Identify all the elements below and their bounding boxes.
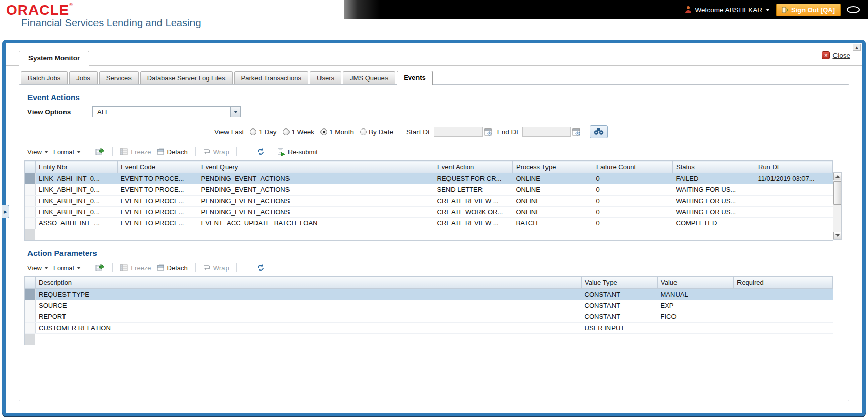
- separator: [88, 263, 88, 272]
- table-row[interactable]: LINK_ABHI_INT_0...EVENT TO PROCE...PENDI…: [25, 207, 833, 218]
- detach-icon: [156, 264, 165, 272]
- end-dt-calendar-icon[interactable]: [572, 128, 581, 136]
- scrollbar-thumb[interactable]: [833, 181, 841, 205]
- chevron-down-icon[interactable]: [230, 107, 240, 117]
- row-header[interactable]: [25, 218, 36, 229]
- detach-icon: [156, 148, 165, 156]
- tab-events[interactable]: Events: [397, 71, 433, 85]
- cell: [734, 289, 833, 300]
- tab-jobs[interactable]: Jobs: [69, 71, 97, 84]
- wrap-button[interactable]: Wrap: [203, 148, 229, 156]
- table-row[interactable]: REQUEST TYPECONSTANTMANUAL: [25, 289, 833, 300]
- format-menu[interactable]: Format: [53, 264, 81, 272]
- row-header-corner: [25, 277, 36, 289]
- close-button[interactable]: × Close: [822, 51, 850, 59]
- cell: 11/01/2019 03:07...: [755, 173, 833, 184]
- main-frame: ▲ System Monitor × Close Batch JobsJobsS…: [2, 40, 866, 416]
- column-header-event-action[interactable]: Event Action: [434, 161, 513, 173]
- tab-batch-jobs[interactable]: Batch Jobs: [21, 71, 68, 84]
- export-icon: [95, 264, 105, 272]
- cell: REPORT: [36, 311, 582, 323]
- cell: [734, 323, 833, 334]
- column-header-value-type[interactable]: Value Type: [582, 277, 658, 289]
- chevron-down-icon: [77, 151, 81, 153]
- table-row[interactable]: LINK_ABHI_INT_0...EVENT TO PROCE...PENDI…: [25, 173, 833, 184]
- wrap-icon: [203, 148, 211, 155]
- action-parameters-toolbar: View Format Freeze: [24, 261, 844, 274]
- start-dt-input[interactable]: [434, 127, 483, 137]
- column-header-required[interactable]: Required: [734, 277, 833, 289]
- panel-expander-button[interactable]: ▶: [2, 205, 9, 218]
- cell: CREATE WORK OR...: [434, 207, 513, 218]
- cell: WAITING FOR US...: [673, 196, 755, 207]
- radio-1-month[interactable]: 1 Month: [320, 128, 354, 136]
- row-header[interactable]: [25, 196, 36, 207]
- row-header-stub: [25, 334, 35, 345]
- table-row[interactable]: LINK_ABHI_INT_0...EVENT TO PROCE...PENDI…: [25, 184, 833, 196]
- tab-users[interactable]: Users: [310, 71, 341, 84]
- column-header-value[interactable]: Value: [658, 277, 734, 289]
- view-last-radio-group: 1 Day1 Week1 MonthBy Date: [244, 128, 393, 136]
- resubmit-button[interactable]: Re-submit: [277, 148, 318, 156]
- radio-1-day[interactable]: 1 Day: [250, 128, 276, 136]
- row-header[interactable]: [25, 300, 36, 311]
- end-dt-input[interactable]: [522, 127, 571, 137]
- freeze-button[interactable]: Freeze: [120, 148, 151, 156]
- row-header[interactable]: [25, 184, 36, 196]
- radio-1-week[interactable]: 1 Week: [283, 128, 315, 136]
- tab-jms-queues[interactable]: JMS Queues: [343, 71, 395, 84]
- row-header[interactable]: [25, 323, 36, 334]
- table-row[interactable]: ASSO_ABHI_INT_...EVENT TO PROCE...EVENT_…: [25, 218, 833, 229]
- column-header-description[interactable]: Description: [36, 277, 582, 289]
- window-title-tab[interactable]: System Monitor: [19, 51, 89, 66]
- sign-out-button[interactable]: Sign Out [QA]: [776, 4, 841, 16]
- format-menu[interactable]: Format: [53, 148, 81, 156]
- table-row[interactable]: CUSTOMER RELATIONUSER INPUT: [25, 323, 833, 334]
- column-header-failure-count[interactable]: Failure Count: [593, 161, 673, 173]
- row-header[interactable]: [25, 311, 36, 323]
- row-header[interactable]: [25, 207, 36, 218]
- freeze-button[interactable]: Freeze: [120, 264, 151, 272]
- scroll-down-arrow-icon[interactable]: [833, 232, 841, 239]
- cell: EVENT TO PROCE...: [118, 184, 198, 196]
- export-button[interactable]: [95, 264, 105, 272]
- view-menu[interactable]: View: [27, 148, 48, 156]
- tab-parked-transactions[interactable]: Parked Transactions: [234, 71, 309, 84]
- separator: [236, 263, 237, 272]
- search-button[interactable]: [590, 125, 608, 138]
- column-header-entity-nbr[interactable]: Entity Nbr: [36, 161, 118, 173]
- event-actions-toolbar: View Format Freeze: [24, 145, 844, 158]
- column-header-event-code[interactable]: Event Code: [118, 161, 198, 173]
- user-menu[interactable]: Welcome ABSHEKAR: [685, 6, 770, 14]
- refresh-button[interactable]: [256, 147, 265, 156]
- radio-by-date[interactable]: By Date: [360, 128, 393, 136]
- wrap-button[interactable]: Wrap: [203, 264, 229, 272]
- row-header[interactable]: [25, 289, 36, 300]
- column-header-event-query[interactable]: Event Query: [198, 161, 434, 173]
- cell: [755, 184, 833, 196]
- cell: PENDING_EVENT_ACTIONS: [198, 173, 434, 184]
- tab-services[interactable]: Services: [99, 71, 139, 84]
- view-options-select[interactable]: ALL: [92, 106, 241, 117]
- refresh-button[interactable]: [256, 263, 265, 272]
- vertical-scrollbar[interactable]: [833, 172, 842, 240]
- table-row[interactable]: SOURCECONSTANTEXP: [25, 300, 833, 311]
- column-header-run-dt[interactable]: Run Dt: [755, 161, 833, 173]
- tab-database-server-log-files[interactable]: Database Server Log Files: [140, 71, 233, 84]
- export-button[interactable]: [95, 148, 105, 156]
- cell: PENDING_EVENT_ACTIONS: [198, 207, 434, 218]
- view-menu[interactable]: View: [27, 264, 48, 272]
- column-header-process-type[interactable]: Process Type: [513, 161, 593, 173]
- tab-strip: Batch JobsJobsServicesDatabase Server Lo…: [21, 71, 862, 84]
- event-actions-table: Entity NbrEvent CodeEvent QueryEvent Act…: [25, 160, 833, 229]
- detach-button[interactable]: Detach: [156, 148, 188, 156]
- system-monitor-window: ▲ System Monitor × Close Batch JobsJobsS…: [6, 43, 862, 413]
- detach-button[interactable]: Detach: [156, 264, 188, 272]
- cell: ONLINE: [513, 196, 593, 207]
- row-header[interactable]: [25, 173, 36, 184]
- column-header-status[interactable]: Status: [673, 161, 755, 173]
- start-dt-calendar-icon[interactable]: [484, 128, 492, 136]
- table-row[interactable]: REPORTCONSTANTFICO: [25, 311, 833, 323]
- table-row[interactable]: LINK_ABHI_INT_0...EVENT TO PROCE...PENDI…: [25, 196, 833, 207]
- scroll-up-arrow-icon[interactable]: [833, 173, 841, 180]
